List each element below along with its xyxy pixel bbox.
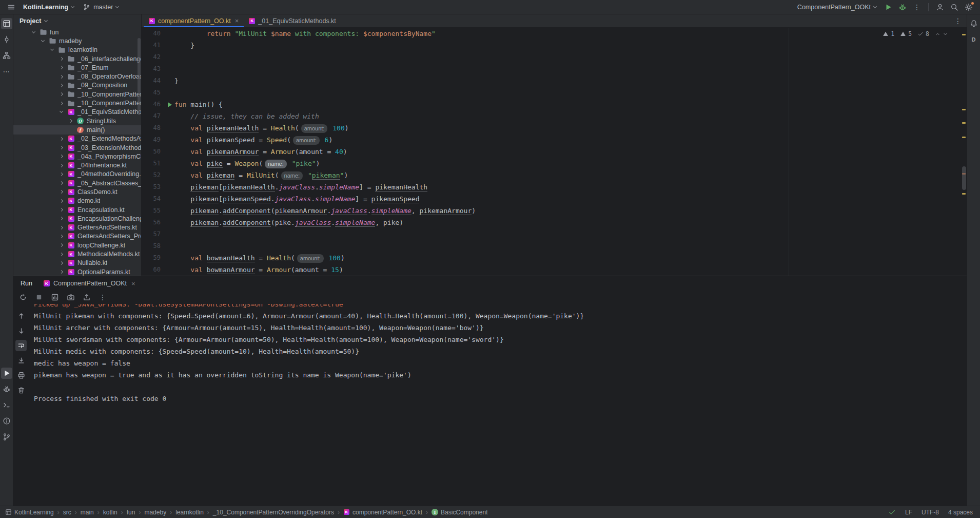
tree-expand-icon[interactable] bbox=[57, 253, 65, 256]
editor-tab-componentpattern[interactable]: componentPattern_OO.kt × bbox=[144, 14, 244, 27]
tool-branch-button[interactable] bbox=[1, 431, 12, 443]
tree-expand-icon[interactable] bbox=[57, 155, 65, 158]
tree-item[interactable]: _05_AbstractClasses_Interfaces bbox=[13, 179, 141, 187]
up-button[interactable] bbox=[15, 310, 27, 321]
close-run-tab-icon[interactable]: × bbox=[131, 280, 135, 287]
indent-widget[interactable]: 4 spaces bbox=[948, 509, 973, 516]
project-selector[interactable]: KotlinLearning bbox=[19, 2, 77, 12]
rerun-button[interactable] bbox=[19, 293, 27, 301]
tree-item[interactable]: _03_ExtensionMethodChallenge bbox=[13, 143, 141, 152]
tree-item[interactable]: OStringUtils bbox=[13, 117, 141, 125]
tree-expand-icon[interactable] bbox=[57, 226, 65, 229]
tree-item[interactable]: loopChallenge.kt bbox=[13, 241, 141, 250]
search-everywhere-button[interactable] bbox=[948, 1, 961, 13]
tool-bug-button[interactable] bbox=[1, 383, 12, 395]
print-button[interactable] bbox=[15, 370, 27, 381]
tree-item[interactable]: ClassDemo.kt bbox=[13, 187, 141, 196]
warning-count[interactable]: 5 bbox=[900, 30, 912, 37]
tree-expand-icon[interactable] bbox=[57, 190, 65, 193]
down-button[interactable] bbox=[15, 325, 27, 336]
tree-expand-icon[interactable] bbox=[57, 57, 65, 60]
code-editor[interactable]: 40 return "MilUnit $name with components… bbox=[142, 28, 967, 276]
scrollend-button[interactable] bbox=[15, 355, 27, 366]
breadcrumb-item[interactable]: KotlinLearning bbox=[5, 509, 54, 516]
tree-expand-icon[interactable] bbox=[57, 75, 65, 78]
more-actions-button[interactable]: ⋮ bbox=[911, 1, 923, 13]
tree-item[interactable]: _04methodOverriding.kt bbox=[13, 170, 141, 179]
tree-item[interactable]: fmain() bbox=[13, 125, 141, 134]
settings-button[interactable] bbox=[963, 1, 975, 13]
tree-item[interactable]: EncapsulationChallenge.kt bbox=[13, 214, 141, 223]
tree-item[interactable]: _06_interfacechallenge bbox=[13, 54, 141, 63]
tree-item[interactable]: learnkotlin bbox=[13, 46, 141, 54]
breadcrumb-item[interactable]: main bbox=[81, 509, 94, 516]
tree-expand-icon[interactable] bbox=[57, 102, 65, 105]
tree-expand-icon[interactable] bbox=[57, 208, 65, 211]
softwrap-button[interactable] bbox=[15, 340, 27, 351]
tree-item[interactable]: _07_Enum bbox=[13, 63, 141, 72]
tree-item[interactable]: Encapsulation.kt bbox=[13, 205, 141, 214]
tab-options-icon[interactable]: ⋮ bbox=[954, 14, 962, 27]
tree-item[interactable]: GettersAndSetters_Properties.l bbox=[13, 232, 141, 241]
tool-commit-button[interactable] bbox=[1, 34, 12, 45]
tree-expand-icon[interactable] bbox=[48, 49, 55, 50]
tool-database-button[interactable]: D bbox=[968, 34, 979, 45]
tree-expand-icon[interactable] bbox=[57, 217, 65, 220]
tool-bell-button[interactable] bbox=[968, 18, 979, 29]
tree-item[interactable]: _09_Composition bbox=[13, 81, 141, 90]
console-output[interactable]: Picked up _JAVA_OPTIONS: -Dawt.useSystem… bbox=[29, 304, 967, 506]
profile-button[interactable] bbox=[51, 293, 59, 301]
tree-item[interactable]: _10_ComponentPattern bbox=[13, 90, 141, 99]
tool-project-button[interactable] bbox=[1, 18, 12, 29]
editor-scrollbar[interactable] bbox=[960, 28, 967, 276]
tree-scrollbar[interactable] bbox=[138, 38, 141, 115]
kebab-button[interactable]: ⋮ bbox=[99, 293, 107, 301]
editor-tab-equivstaticmethods[interactable]: _01_EquivStaticMethods.kt bbox=[244, 14, 341, 27]
export-button[interactable] bbox=[83, 293, 91, 301]
project-view-selector[interactable]: Project bbox=[19, 17, 47, 25]
tree-item[interactable]: MethodicalMethods.kt bbox=[13, 250, 141, 258]
tree-expand-icon[interactable] bbox=[57, 93, 65, 95]
branch-selector[interactable]: master bbox=[80, 2, 122, 12]
tree-item[interactable]: _04a_PolymorphismChallenge.k bbox=[13, 152, 141, 161]
tree-expand-icon[interactable] bbox=[57, 138, 65, 140]
close-tab-icon[interactable]: × bbox=[235, 17, 239, 25]
breadcrumb-item[interactable]: src bbox=[63, 509, 71, 516]
tree-expand-icon[interactable] bbox=[67, 120, 74, 122]
passed-count[interactable]: 8 bbox=[917, 30, 929, 37]
tree-item[interactable]: OptionalParams.kt bbox=[13, 267, 141, 276]
tree-item[interactable]: madeby bbox=[13, 36, 141, 45]
main-menu-icon[interactable] bbox=[5, 1, 17, 13]
encoding-widget[interactable]: UTF-8 bbox=[922, 509, 939, 516]
scrollbar-thumb[interactable] bbox=[962, 166, 966, 190]
tool-play-button[interactable] bbox=[1, 368, 12, 379]
breadcrumb-item[interactable]: IBasicComponent bbox=[432, 509, 487, 516]
tree-item[interactable]: _04Inheritance.kt bbox=[13, 161, 141, 169]
trash-button[interactable] bbox=[15, 385, 27, 396]
tree-expand-icon[interactable] bbox=[57, 182, 65, 184]
tree-expand-icon[interactable] bbox=[57, 262, 65, 264]
tree-item[interactable]: _08_OperatorOverloading bbox=[13, 72, 141, 81]
tree-item[interactable]: _02_ExtendMethodsAvailableFo bbox=[13, 135, 141, 143]
tree-expand-icon[interactable] bbox=[57, 244, 65, 246]
tree-item[interactable]: demo.kt bbox=[13, 197, 141, 205]
tree-expand-icon[interactable] bbox=[57, 235, 65, 238]
tree-item[interactable]: Nullable.kt bbox=[13, 259, 141, 267]
tree-expand-icon[interactable] bbox=[57, 111, 65, 112]
prev-problem-icon[interactable] bbox=[935, 31, 940, 37]
error-count[interactable]: 1 bbox=[883, 30, 894, 37]
run-main-gutter-icon[interactable] bbox=[168, 102, 172, 107]
breadcrumb-item[interactable]: _10_ComponentPatternOverridingOperators bbox=[213, 509, 334, 516]
breadcrumb-item[interactable]: kotlin bbox=[103, 509, 117, 516]
tree-expand-icon[interactable] bbox=[57, 173, 65, 176]
inspections-widget[interactable]: 1 5 8 bbox=[883, 30, 948, 37]
tree-expand-icon[interactable] bbox=[57, 200, 65, 202]
tree-item[interactable]: _01_EquivStaticMethods.kt bbox=[13, 108, 141, 117]
tool-moreh-button[interactable]: ⋯ bbox=[1, 66, 12, 77]
next-problem-icon[interactable] bbox=[943, 31, 948, 37]
tree-expand-icon[interactable] bbox=[30, 32, 37, 33]
tool-terminal-button[interactable] bbox=[1, 399, 12, 411]
breadcrumb-item[interactable]: madeby bbox=[144, 509, 166, 516]
tree-expand-icon[interactable] bbox=[57, 271, 65, 273]
run-tab[interactable]: ComponentPattern_OOKt × bbox=[44, 280, 135, 287]
